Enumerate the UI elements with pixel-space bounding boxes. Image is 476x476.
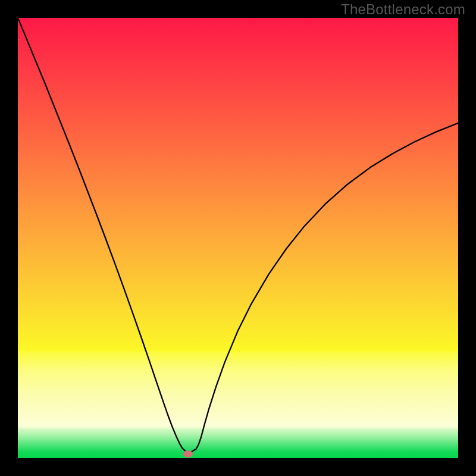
- plot-area: [18, 18, 458, 458]
- chart-frame: TheBottleneck.com: [0, 0, 476, 476]
- optimal-point-marker: [183, 450, 193, 457]
- bottleneck-curve: [18, 18, 458, 458]
- watermark-label: TheBottleneck.com: [341, 1, 465, 18]
